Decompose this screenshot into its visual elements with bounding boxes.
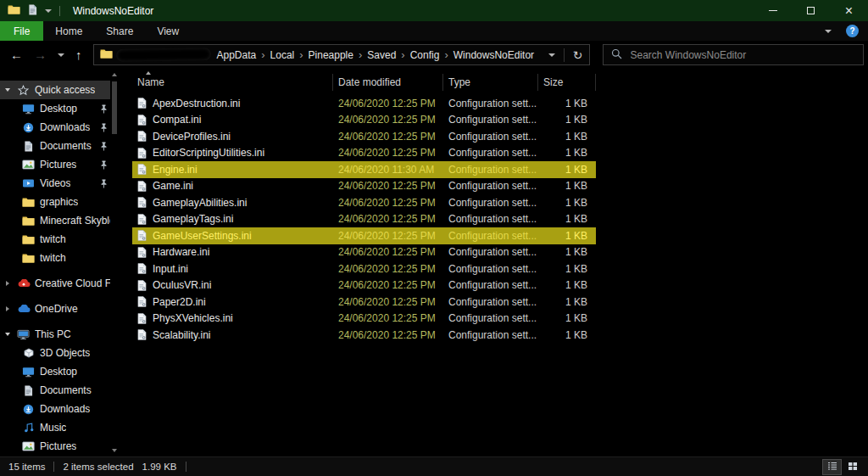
address-dropdown-caret-icon[interactable] xyxy=(548,53,555,57)
column-header-type[interactable]: Type xyxy=(443,74,538,91)
sidebar-item-graphics[interactable]: graphics xyxy=(0,193,110,211)
sidebar-item-videos[interactable]: Videos xyxy=(0,174,110,193)
sidebar-item-documents[interactable]: Documents xyxy=(0,381,110,400)
status-divider xyxy=(186,462,186,472)
quick-access-toolbar-icon[interactable] xyxy=(28,4,37,18)
ribbon-tab-share[interactable]: Share xyxy=(94,21,145,41)
maximize-button[interactable] xyxy=(792,0,830,21)
file-row[interactable]: Paper2D.ini24/06/2020 12:25 PMConfigurat… xyxy=(132,294,596,311)
file-size: 1 KB xyxy=(538,147,596,159)
details-view-button[interactable] xyxy=(823,460,841,474)
sidebar-item-3d-objects[interactable]: 3D Objects xyxy=(0,344,110,362)
file-name-cell: ApexDestruction.ini xyxy=(132,98,333,109)
search-input[interactable] xyxy=(629,48,855,62)
desktop-icon xyxy=(21,367,36,378)
scroll-down-icon[interactable] xyxy=(112,449,117,452)
sidebar-item-label: Minecraft Skyblo... xyxy=(40,215,110,227)
breadcrumb-item-config[interactable]: Config xyxy=(409,49,442,61)
address-bar[interactable]: AppData›Local›Pineapple›Saved›Config›Win… xyxy=(93,44,590,65)
sidebar-item-music[interactable]: Music xyxy=(0,418,110,437)
ribbon-collapse-icon[interactable] xyxy=(825,30,832,33)
file-row[interactable]: GameplayTags.ini24/06/2020 12:25 PMConfi… xyxy=(132,211,596,228)
thumbnails-view-button[interactable] xyxy=(843,460,861,474)
sidebar-item-twitch[interactable]: twitch xyxy=(0,249,110,267)
sidebar-item-twitch[interactable]: twitch xyxy=(0,230,110,249)
file-size: 1 KB xyxy=(538,246,596,258)
ini-file-icon xyxy=(137,263,147,274)
ribbon-tab-home[interactable]: Home xyxy=(43,21,94,41)
file-size: 1 KB xyxy=(538,180,596,192)
ribbon-tab-view[interactable]: View xyxy=(145,21,191,41)
close-button[interactable]: × xyxy=(830,0,868,21)
file-row[interactable]: OculusVR.ini24/06/2020 12:25 PMConfigura… xyxy=(132,277,596,294)
breadcrumb-item-saved[interactable]: Saved xyxy=(365,49,398,61)
breadcrumb-item-pineapple[interactable]: Pineapple xyxy=(307,49,355,61)
recent-locations-caret-icon[interactable] xyxy=(58,53,64,57)
sidebar-item-downloads[interactable]: Downloads xyxy=(0,118,110,137)
breadcrumb-item-windowsnoeditor[interactable]: WindowsNoEditor xyxy=(452,49,536,61)
file-row[interactable]: Engine.ini24/06/2020 11:30 AMConfigurati… xyxy=(132,161,596,178)
chevron-down-icon[interactable] xyxy=(3,88,12,92)
breadcrumb-item-local[interactable]: Local xyxy=(269,49,297,61)
sidebar-item-documents[interactable]: Documents xyxy=(0,137,110,155)
file-row[interactable]: Scalability.ini24/06/2020 12:25 PMConfig… xyxy=(132,327,596,344)
file-row[interactable]: Hardware.ini24/06/2020 12:25 PMConfigura… xyxy=(132,244,596,261)
scrollbar-thumb[interactable] xyxy=(112,81,117,134)
sidebar-item-this-pc[interactable]: This PC xyxy=(0,325,110,344)
breadcrumb-item-appdata[interactable]: AppData xyxy=(215,49,259,61)
file-row[interactable]: EditorScriptingUtilities.ini24/06/2020 1… xyxy=(132,145,596,162)
minimize-button[interactable] xyxy=(754,0,792,21)
file-row[interactable]: Compat.ini24/06/2020 12:25 PMConfigurati… xyxy=(132,112,596,129)
file-date-modified: 24/06/2020 12:25 PM xyxy=(333,263,443,275)
downloads-icon xyxy=(21,404,36,415)
ini-file-icon xyxy=(137,148,147,159)
file-row[interactable]: Game.ini24/06/2020 12:25 PMConfiguration… xyxy=(132,178,596,195)
pictures-icon xyxy=(21,160,36,170)
sidebar: Quick accessDesktopDownloadsDocumentsPic… xyxy=(0,69,125,456)
ini-file-icon xyxy=(137,98,147,109)
file-name: OculusVR.ini xyxy=(153,279,211,291)
sidebar-item-desktop[interactable]: Desktop xyxy=(0,99,110,118)
sidebar-item-label: Music xyxy=(40,422,66,434)
file-row[interactable]: GameplayAbilities.ini24/06/2020 12:25 PM… xyxy=(132,194,596,211)
sort-ascending-icon xyxy=(146,71,151,75)
file-row[interactable]: ApexDestruction.ini24/06/2020 12:25 PMCo… xyxy=(132,95,596,112)
refresh-icon[interactable]: ↻ xyxy=(573,49,583,61)
file-name-cell: GameUserSettings.ini xyxy=(132,230,333,242)
sidebar-scrollbar[interactable] xyxy=(110,73,118,452)
item-count: 15 items xyxy=(8,462,45,472)
help-button[interactable]: ? xyxy=(846,25,859,37)
ini-file-icon xyxy=(137,313,147,324)
file-date-modified: 24/06/2020 12:25 PM xyxy=(333,98,443,109)
chevron-right-icon[interactable] xyxy=(3,281,12,286)
ribbon-tab-file[interactable]: File xyxy=(0,21,43,41)
scroll-up-icon[interactable] xyxy=(112,73,117,76)
chevron-right-icon[interactable] xyxy=(3,306,12,311)
sidebar-item-pictures[interactable]: Pictures xyxy=(0,155,110,174)
sidebar-item-label: twitch xyxy=(40,252,66,264)
sidebar-item-desktop[interactable]: Desktop xyxy=(0,362,110,381)
sidebar-item-pictures[interactable]: Pictures xyxy=(0,437,110,456)
quick-access-toolbar-caret-icon[interactable] xyxy=(45,9,52,13)
ini-file-icon xyxy=(137,181,147,192)
column-header-size[interactable]: Size xyxy=(538,74,596,91)
file-name-cell: GameplayAbilities.ini xyxy=(132,197,333,209)
sidebar-item-minecraft-skyblo[interactable]: Minecraft Skyblo... xyxy=(0,211,110,230)
up-button[interactable]: ↑ xyxy=(75,48,82,61)
forward-button[interactable]: → xyxy=(34,48,47,61)
chevron-down-icon[interactable] xyxy=(3,333,12,336)
sidebar-item-downloads[interactable]: Downloads xyxy=(0,400,110,418)
file-row[interactable]: DeviceProfiles.ini24/06/2020 12:25 PMCon… xyxy=(132,128,596,145)
sidebar-item-creative-cloud-fil[interactable]: Creative Cloud Fil... xyxy=(0,274,110,293)
file-row[interactable]: GameUserSettings.ini24/06/2020 12:25 PMC… xyxy=(132,227,596,244)
column-header-date-modified[interactable]: Date modified xyxy=(333,74,443,91)
sidebar-item-onedrive[interactable]: OneDrive xyxy=(0,300,110,318)
column-header-name[interactable]: Name xyxy=(132,74,333,91)
file-row[interactable]: Input.ini24/06/2020 12:25 PMConfiguratio… xyxy=(132,260,596,277)
sidebar-item-quick-access[interactable]: Quick access xyxy=(0,81,110,99)
file-row[interactable]: PhysXVehicles.ini24/06/2020 12:25 PMConf… xyxy=(132,311,596,328)
back-button[interactable]: ← xyxy=(10,48,23,61)
ini-file-icon xyxy=(137,164,147,175)
file-size: 1 KB xyxy=(538,296,596,308)
file-date-modified: 24/06/2020 12:25 PM xyxy=(333,312,443,324)
